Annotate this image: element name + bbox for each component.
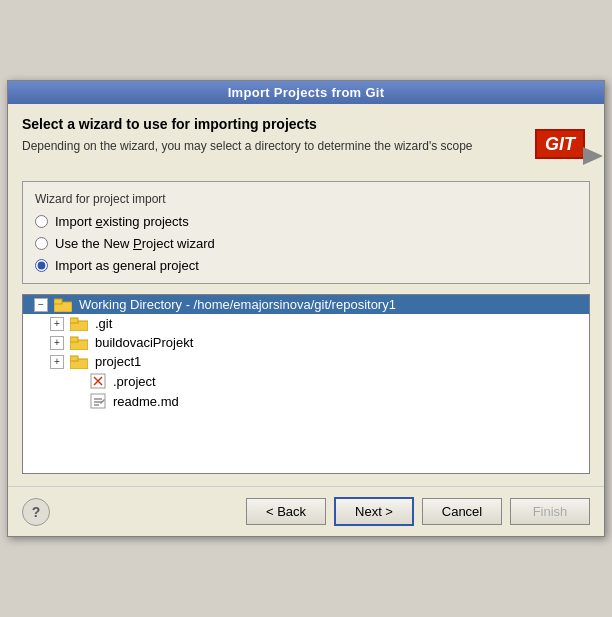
tree-project1-label: project1: [95, 354, 141, 369]
svg-rect-4: [70, 318, 78, 323]
svg-rect-8: [70, 356, 78, 361]
back-button[interactable]: < Back: [246, 498, 326, 525]
radio-general-project-input[interactable]: [35, 259, 48, 272]
tree-item-project1[interactable]: + project1: [23, 352, 589, 371]
expand-buildovaci-btn[interactable]: +: [50, 336, 64, 350]
git-logo-box: GIT: [535, 129, 585, 159]
next-button[interactable]: Next >: [334, 497, 414, 526]
radio-new-project-label: Use the New Project wizard: [55, 236, 215, 251]
header-desc: Depending on the wizard, you may select …: [22, 138, 520, 155]
header-text: Select a wizard to use for importing pro…: [22, 116, 520, 155]
help-button[interactable]: ?: [22, 498, 50, 526]
svg-marker-0: [583, 147, 603, 165]
radio-new-project-input[interactable]: [35, 237, 48, 250]
collapse-root-btn[interactable]: −: [34, 298, 48, 312]
folder-icon: [70, 317, 88, 331]
tree-item-buildovaci[interactable]: + buildovaciProjekt: [23, 333, 589, 352]
git-arrow-icon: [583, 147, 603, 165]
dialog-content: Select a wizard to use for importing pro…: [8, 104, 604, 486]
folder-icon: [70, 336, 88, 350]
tree-buildovaci-label: buildovaciProjekt: [95, 335, 193, 350]
git-logo: GIT: [530, 116, 590, 171]
expand-project1-btn[interactable]: +: [50, 355, 64, 369]
file-project-icon: [90, 373, 106, 389]
file-x-icon: [90, 373, 106, 389]
radio-general-project[interactable]: Import as general project: [35, 258, 577, 273]
radio-new-project[interactable]: Use the New Project wizard: [35, 236, 577, 251]
bottom-bar: ? < Back Next > Cancel Finish: [8, 486, 604, 536]
radio-import-existing-label: Import existing projects: [55, 214, 189, 229]
file-pencil-icon: [90, 393, 106, 409]
cancel-button[interactable]: Cancel: [422, 498, 502, 525]
finish-button[interactable]: Finish: [510, 498, 590, 525]
header-section: Select a wizard to use for importing pro…: [22, 116, 590, 171]
folder-open-icon: [54, 298, 72, 312]
folder-project1-icon: [70, 355, 88, 369]
wizard-group-label: Wizard for project import: [35, 192, 577, 206]
tree-dotproject-label: .project: [113, 374, 156, 389]
tree-item-root[interactable]: − Working Directory - /home/emajorsinova…: [23, 295, 589, 314]
tree-item-dotproject[interactable]: .project: [23, 371, 589, 391]
title-bar: Import Projects from Git: [8, 81, 604, 104]
tree-item-readme[interactable]: readme.md: [23, 391, 589, 411]
svg-rect-2: [54, 299, 62, 304]
tree-readme-label: readme.md: [113, 394, 179, 409]
expand-git-btn[interactable]: +: [50, 317, 64, 331]
radio-import-existing[interactable]: Import existing projects: [35, 214, 577, 229]
tree-item-git[interactable]: + .git: [23, 314, 589, 333]
folder-icon: [70, 355, 88, 369]
folder-buildovaci-icon: [70, 336, 88, 350]
tree-view[interactable]: − Working Directory - /home/emajorsinova…: [22, 294, 590, 474]
import-dialog: Import Projects from Git Select a wizard…: [7, 80, 605, 537]
file-readme-icon: [90, 393, 106, 409]
svg-rect-6: [70, 337, 78, 342]
tree-root-label: Working Directory - /home/emajorsinova/g…: [79, 297, 396, 312]
wizard-group: Wizard for project import Import existin…: [22, 181, 590, 284]
folder-git-icon: [70, 317, 88, 331]
radio-general-project-label: Import as general project: [55, 258, 199, 273]
tree-git-label: .git: [95, 316, 112, 331]
git-logo-text: GIT: [545, 134, 575, 154]
dialog-title: Import Projects from Git: [228, 85, 385, 100]
radio-import-existing-input[interactable]: [35, 215, 48, 228]
header-title: Select a wizard to use for importing pro…: [22, 116, 520, 132]
folder-root-icon: [54, 298, 72, 312]
